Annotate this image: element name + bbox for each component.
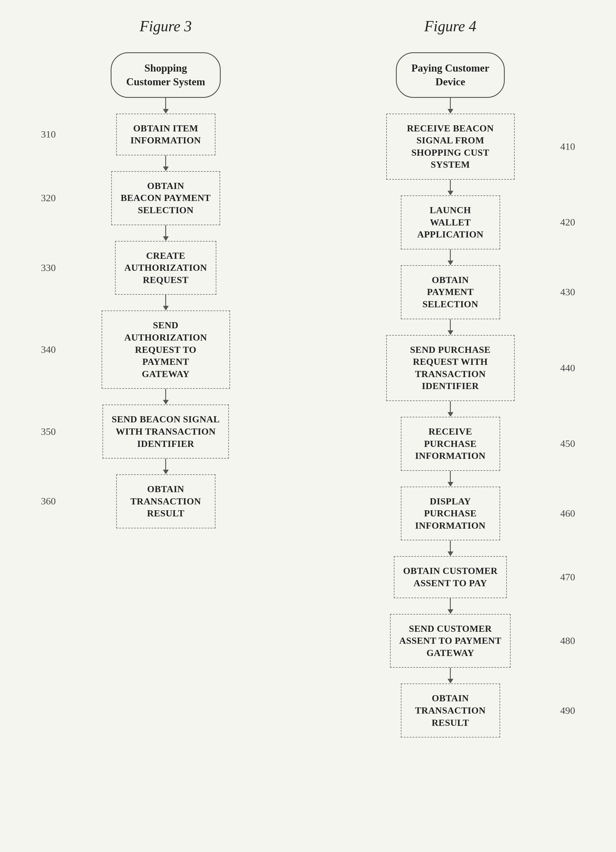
fig4-label-420: 420 xyxy=(560,217,575,228)
figure4-title: Figure 4 xyxy=(424,18,476,35)
figure4-section: Figure 4 Paying CustomerDevice RECEIVE B… xyxy=(308,18,593,834)
fig4-label-430: 430 xyxy=(560,287,575,298)
fig3-arrow-5 xyxy=(163,459,169,474)
fig3-arrow-4 xyxy=(163,389,169,405)
fig3-arrow-1 xyxy=(163,156,169,171)
fig3-arrow-3 xyxy=(163,295,169,310)
fig3-box-310: OBTAIN ITEMINFORMATION xyxy=(116,113,215,156)
figure3-title: Figure 3 xyxy=(140,18,192,35)
fig4-arrow-1 xyxy=(447,180,453,195)
figure3-section: Figure 3 ShoppingCustomer System 310 OBT… xyxy=(23,18,308,834)
fig3-label-360: 360 xyxy=(41,495,56,507)
fig3-row-360: 360 OBTAINTRANSACTIONRESULT xyxy=(35,474,296,529)
fig3-row-330: 330 CREATEAUTHORIZATIONREQUEST xyxy=(35,241,296,295)
fig4-box-480: SEND CUSTOMERASSENT TO PAYMENTGATEWAY xyxy=(390,614,511,668)
figure4-flow: Paying CustomerDevice RECEIVE BEACONSIGN… xyxy=(320,52,581,737)
fig4-label-460: 460 xyxy=(560,508,575,519)
fig4-arrow-8 xyxy=(447,668,453,683)
fig3-row-340: 340 SEND AUTHORIZATIONREQUEST TO PAYMENT… xyxy=(35,310,296,389)
fig4-arrow-5 xyxy=(447,471,453,486)
fig4-row-420: LAUNCHWALLETAPPLICATION 420 xyxy=(320,195,581,249)
fig3-label-340: 340 xyxy=(41,344,56,355)
fig4-arrow-4 xyxy=(447,401,453,417)
fig4-row-450: RECEIVEPURCHASEINFORMATION 450 xyxy=(320,417,581,471)
fig3-label-330: 330 xyxy=(41,262,56,273)
fig4-row-470: OBTAIN CUSTOMERASSENT TO PAY 470 xyxy=(320,556,581,598)
fig3-arrow-0 xyxy=(163,98,169,113)
fig4-label-440: 440 xyxy=(560,363,575,373)
fig4-label-490: 490 xyxy=(560,705,575,716)
fig4-arrow-2 xyxy=(447,249,453,265)
fig3-box-360: OBTAINTRANSACTIONRESULT xyxy=(116,474,215,529)
fig4-label-450: 450 xyxy=(560,438,575,449)
fig4-arrow-0 xyxy=(447,98,453,113)
fig4-arrow-6 xyxy=(447,540,453,556)
fig3-box-320: OBTAINBEACON PAYMENTSELECTION xyxy=(111,171,220,225)
fig3-label-310: 310 xyxy=(41,129,56,140)
fig4-label-480: 480 xyxy=(560,635,575,647)
fig3-label-320: 320 xyxy=(41,192,56,204)
fig4-row-460: DISPLAYPURCHASEINFORMATION 460 xyxy=(320,486,581,541)
fig3-start-node: ShoppingCustomer System xyxy=(111,52,220,98)
fig4-box-460: DISPLAYPURCHASEINFORMATION xyxy=(401,486,500,541)
fig4-row-480: SEND CUSTOMERASSENT TO PAYMENTGATEWAY 48… xyxy=(320,614,581,668)
fig4-row-490: OBTAINTRANSACTIONRESULT 490 xyxy=(320,683,581,737)
page: Figure 3 ShoppingCustomer System 310 OBT… xyxy=(0,0,616,852)
fig3-box-350: SEND BEACON SIGNALWITH TRANSACTIONIDENTI… xyxy=(102,405,229,459)
fig4-arrow-7 xyxy=(447,598,453,614)
fig4-row-410: RECEIVE BEACONSIGNAL FROMSHOPPING CUST S… xyxy=(320,113,581,180)
figure3-flow: ShoppingCustomer System 310 OBTAIN ITEMI… xyxy=(35,52,296,529)
fig4-row-440: SEND PURCHASEREQUEST WITHTRANSACTION IDE… xyxy=(320,335,581,401)
fig3-arrow-2 xyxy=(163,225,169,241)
fig3-row-320: 320 OBTAINBEACON PAYMENTSELECTION xyxy=(35,171,296,225)
fig4-box-420: LAUNCHWALLETAPPLICATION xyxy=(401,195,500,249)
fig4-start-node: Paying CustomerDevice xyxy=(396,52,505,98)
fig3-label-350: 350 xyxy=(41,426,56,437)
fig4-row-430: OBTAINPAYMENTSELECTION 430 xyxy=(320,265,581,319)
fig4-label-410: 410 xyxy=(560,141,575,152)
fig4-arrow-3 xyxy=(447,319,453,335)
fig4-box-470: OBTAIN CUSTOMERASSENT TO PAY xyxy=(394,556,507,598)
fig3-box-340: SEND AUTHORIZATIONREQUEST TO PAYMENTGATE… xyxy=(102,310,230,389)
fig3-row-350: 350 SEND BEACON SIGNALWITH TRANSACTIONID… xyxy=(35,405,296,459)
fig4-box-490: OBTAINTRANSACTIONRESULT xyxy=(401,683,500,737)
fig4-label-470: 470 xyxy=(560,572,575,583)
fig3-row-310: 310 OBTAIN ITEMINFORMATION xyxy=(35,113,296,156)
fig4-box-410: RECEIVE BEACONSIGNAL FROMSHOPPING CUST S… xyxy=(386,113,515,180)
fig4-box-450: RECEIVEPURCHASEINFORMATION xyxy=(401,417,500,471)
fig3-box-330: CREATEAUTHORIZATIONREQUEST xyxy=(115,241,216,295)
fig4-box-430: OBTAINPAYMENTSELECTION xyxy=(401,265,500,319)
fig4-box-440: SEND PURCHASEREQUEST WITHTRANSACTION IDE… xyxy=(386,335,515,401)
